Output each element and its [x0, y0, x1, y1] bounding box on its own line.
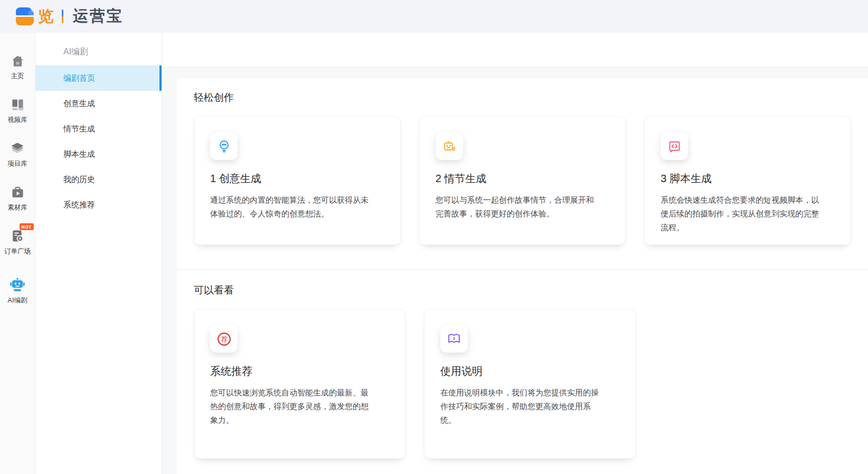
rail-item-label: 视频库: [7, 116, 27, 125]
top-header: 览 运营宝: [0, 0, 868, 33]
sidebar-item-script-generation[interactable]: 脚本生成: [35, 141, 162, 167]
rail-item-order-plaza[interactable]: HOT 订单广场: [0, 228, 35, 256]
manual-book-icon: [440, 325, 468, 353]
card-plot-generation[interactable]: 2 情节生成 您可以与系统一起创作故事情节，合理展开和完善故事，获得更好的创作体…: [419, 116, 626, 245]
sidebar-item-label: 情节生成: [63, 124, 95, 134]
hot-badge: HOT: [20, 223, 34, 230]
sidebar-item-system-recommend[interactable]: 系统推荐: [35, 192, 162, 217]
section-title: 可以看看: [194, 283, 851, 297]
video-library-icon: [10, 97, 25, 112]
rail-item-label: 项目库: [7, 159, 27, 168]
icon-rail: 主页 视频库 项目库 素材库 HOT 订单广场: [0, 33, 35, 474]
brand-logo-char: 览: [38, 6, 54, 27]
script-code-icon: [661, 132, 688, 160]
brand-logo-icon: [16, 7, 34, 25]
card-title: 使用说明: [440, 364, 619, 378]
rail-item-project-library[interactable]: 项目库: [0, 140, 35, 168]
rail-item-home[interactable]: 主页: [0, 53, 35, 81]
brand-name: 运营宝: [73, 6, 124, 27]
card-title: 3 脚本生成: [661, 172, 835, 186]
sidebar-item-plot-generation[interactable]: 情节生成: [35, 116, 162, 141]
rail-item-label: 订单广场: [4, 247, 31, 256]
card-description: 您可以快速浏览系统自动智能生成的最新、最热的创意和故事，得到更多灵感，激发您的想…: [210, 386, 369, 427]
card-description: 系统会快速生成符合您要求的短视频脚本，以便后续的拍摄制作，实现从创意到实现的完整…: [661, 193, 819, 234]
sidebar-item-idea-generation[interactable]: 创意生成: [35, 91, 162, 116]
sidebar-item-label: 脚本生成: [63, 149, 95, 159]
section-easy-create: 轻松创作 1 创意生成 通过系统的内置的智能算法，您可以获得从未体验过的、令人惊…: [177, 78, 868, 269]
card-description: 通过系统的内置的智能算法，您可以获得从未体验过的、令人惊奇的创意想法。: [210, 193, 369, 221]
sidebar-item-label: 系统推荐: [63, 200, 95, 210]
project-library-icon: [10, 140, 25, 156]
recommend-seal-icon: 荐: [210, 325, 238, 353]
main-area: 轻松创作 1 创意生成 通过系统的内置的智能算法，您可以获得从未体验过的、令人惊…: [162, 33, 868, 474]
rail-item-video-library[interactable]: 视频库: [0, 97, 35, 125]
sidebar-item-my-history[interactable]: 我的历史: [35, 167, 162, 192]
rail-item-label: 素材库: [7, 203, 27, 212]
rail-item-ai-writer[interactable]: AI编剧: [0, 277, 35, 305]
svg-text:荐: 荐: [221, 335, 228, 343]
brand-divider: [62, 10, 63, 23]
sidebar-item-label: 我的历史: [63, 175, 95, 185]
rail-item-label: 主页: [11, 72, 24, 81]
home-icon: [10, 53, 25, 69]
card-idea-generation[interactable]: 1 创意生成 通过系统的内置的智能算法，您可以获得从未体验过的、令人惊奇的创意想…: [194, 116, 401, 245]
sidebar-ai-writer-menu: AI编剧 编剧首页 创意生成 情节生成 脚本生成 我的历史 系统推荐: [35, 33, 162, 474]
card-description: 您可以与系统一起创作故事情节，合理展开和完善故事，获得更好的创作体验。: [436, 193, 594, 221]
toolbar-strip: [162, 33, 868, 68]
plot-robot-icon: [436, 132, 463, 160]
content-panel: 轻松创作 1 创意生成 通过系统的内置的智能算法，您可以获得从未体验过的、令人惊…: [177, 78, 868, 474]
card-system-recommend[interactable]: 荐 系统推荐 您可以快速浏览系统自动智能生成的最新、最热的创意和故事，得到更多灵…: [194, 309, 405, 459]
sidebar-item-writer-home[interactable]: 编剧首页: [35, 65, 162, 91]
card-description: 在使用说明模块中，我们将为您提供实用的操作技巧和实际案例，帮助您更高效地使用系统…: [440, 386, 599, 427]
sidebar-item-label: 创意生成: [63, 99, 95, 109]
card-script-generation[interactable]: 3 脚本生成 系统会快速生成符合您要求的短视频脚本，以便后续的拍摄制作，实现从创…: [644, 116, 851, 245]
ai-writer-robot-icon: [10, 277, 25, 293]
card-title: 2 情节生成: [436, 172, 610, 186]
rail-item-material-library[interactable]: 素材库: [0, 184, 35, 212]
card-user-manual[interactable]: 使用说明 在使用说明模块中，我们将为您提供实用的操作技巧和实际案例，帮助您更高效…: [424, 309, 636, 459]
brand-logo[interactable]: 览 运营宝: [16, 6, 124, 27]
sidebar-item-label: 编剧首页: [63, 73, 95, 83]
idea-bulb-icon: [210, 132, 238, 160]
rail-item-label: AI编剧: [8, 296, 27, 305]
content-background: 轻松创作 1 创意生成 通过系统的内置的智能算法，您可以获得从未体验过的、令人惊…: [162, 68, 868, 474]
section-take-a-look: 可以看看 荐 系统推荐 您可以快速浏览系统自动智能生成的最新、最热的创意和故事，…: [177, 270, 868, 469]
card-title: 系统推荐: [210, 364, 389, 378]
order-plaza-icon: HOT: [10, 228, 25, 244]
sidebar-title: AI编剧: [35, 46, 162, 58]
material-library-icon: [10, 184, 25, 200]
card-title: 1 创意生成: [210, 172, 384, 186]
section-title: 轻松创作: [194, 91, 851, 105]
